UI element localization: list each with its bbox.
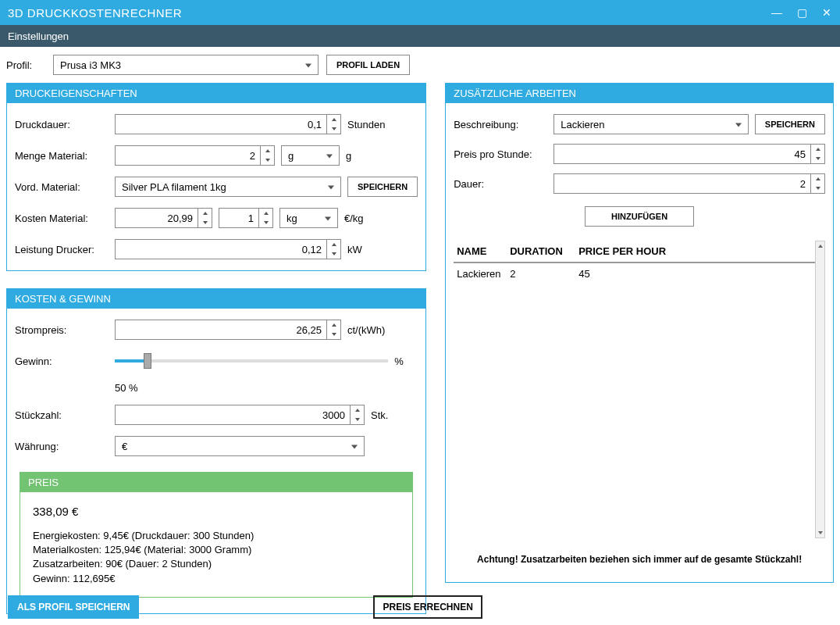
spinner-down-icon[interactable] (198, 218, 212, 227)
material-qty-unit-dropdown[interactable]: g (281, 145, 340, 166)
panel-head-extra: ZUSÄTZLICHE ARBEITEN (446, 84, 833, 103)
extra-price-label: Preis pro Stunde: (454, 148, 547, 160)
maximize-icon[interactable]: ▢ (796, 7, 807, 18)
spinner-up-icon[interactable] (811, 145, 824, 154)
window-title: 3D DRUCKKOSTENRECHNER (8, 6, 771, 20)
menu-settings[interactable]: Einstellungen (8, 30, 69, 42)
spinner-down-icon[interactable] (811, 184, 824, 193)
price-profit-line: Gewinn: 112,695€ (33, 572, 400, 586)
material-qty-label: Menge Material: (15, 150, 109, 162)
panel-cost-profit: KOSTEN & GEWINN Strompreis: 26,25 ct/(kW… (6, 288, 426, 614)
profile-selected: Prusa i3 MK3 (60, 59, 121, 71)
material-qty-spinner[interactable]: 2 (115, 145, 275, 166)
spinner-down-icon[interactable] (811, 154, 824, 163)
panel-head-print: DRUCKEIGENSCHAFTEN (7, 84, 425, 103)
spinner-down-icon[interactable] (327, 124, 340, 134)
spinner-up-icon[interactable] (351, 405, 364, 415)
material-cost-qty-spinner[interactable]: 1 (219, 208, 273, 228)
panel-head-cost: KOSTEN & GEWINN (7, 289, 425, 309)
profile-label: Profil: (6, 59, 45, 71)
material-qty-unit: g (346, 150, 393, 162)
material-cost-label: Kosten Material: (15, 212, 109, 224)
material-cost-spinner[interactable]: 20,99 (115, 208, 212, 228)
warning-text: Achtung! Zusatzarbeiten beziehen sich im… (454, 548, 825, 571)
col-price: PRICE PER HOUR (578, 245, 812, 257)
extra-price-spinner[interactable]: 45 (553, 144, 825, 164)
minimize-icon[interactable]: — (771, 7, 782, 18)
scroll-up-icon[interactable] (816, 241, 824, 251)
desc-dropdown[interactable]: Lackieren (553, 114, 749, 134)
table-header: NAME DURATION PRICE PER HOUR (454, 241, 815, 263)
price-total: 338,09 € (33, 503, 400, 520)
spinner-down-icon[interactable] (351, 415, 364, 424)
profit-slider[interactable] (115, 351, 388, 371)
spinner-down-icon[interactable] (259, 218, 272, 227)
profile-dropdown[interactable]: Prusa i3 MK3 (53, 55, 319, 75)
spinner-up-icon[interactable] (327, 240, 340, 249)
power-unit: kW (347, 244, 394, 255)
material-cost-unit: €/kg (344, 212, 391, 224)
currency-label: Währung: (15, 441, 109, 452)
spinner-up-icon[interactable] (198, 209, 212, 218)
energy-spinner[interactable]: 26,25 (115, 320, 341, 340)
add-button[interactable]: HINZUFÜGEN (585, 206, 694, 227)
profit-pct-display: 50 % (115, 382, 138, 394)
spinner-up-icon[interactable] (261, 146, 274, 155)
scrollbar[interactable] (815, 241, 825, 538)
spinner-down-icon[interactable] (261, 155, 274, 165)
price-extra-line: Zusatzarbeiten: 90€ (Dauer: 2 Stunden) (33, 557, 400, 571)
desc-label: Beschreibung: (454, 119, 547, 130)
window-controls: — ▢ ✕ (771, 7, 832, 18)
material-pre-dropdown[interactable]: Silver PLA filament 1kg (115, 177, 341, 197)
calc-price-button[interactable]: PREIS ERRECHNEN (373, 595, 482, 619)
material-cost-unit-dropdown[interactable]: kg (279, 208, 338, 228)
profile-load-button[interactable]: PROFIL LADEN (326, 55, 410, 75)
price-energy-line: Energiekosten: 9,45€ (Druckdauer: 300 St… (33, 529, 400, 543)
table-row[interactable]: Lackieren 2 45 (454, 263, 815, 284)
price-head: PREIS (20, 473, 412, 492)
extra-duration-label: Dauer: (454, 178, 547, 190)
qty-spinner[interactable]: 3000 (115, 405, 365, 425)
material-pre-label: Vord. Material: (15, 181, 109, 193)
qty-unit: Stk. (371, 409, 394, 421)
duration-spinner[interactable]: 0,1 (115, 114, 341, 134)
spinner-up-icon[interactable] (259, 209, 272, 218)
energy-unit: ct/(kWh) (347, 324, 394, 336)
col-name: NAME (457, 245, 504, 257)
duration-unit: Stunden (347, 119, 394, 130)
spinner-up-icon[interactable] (811, 174, 824, 184)
titlebar: 3D DRUCKKOSTENRECHNER — ▢ ✕ (0, 0, 840, 25)
power-label: Leistung Drucker: (15, 244, 109, 255)
extra-duration-spinner[interactable]: 2 (553, 173, 825, 194)
scroll-down-icon[interactable] (816, 528, 824, 538)
price-material-line: Materialkosten: 125,94€ (Material: 3000 … (33, 543, 400, 557)
material-save-button[interactable]: SPEICHERN (347, 177, 418, 197)
spinner-up-icon[interactable] (327, 320, 340, 330)
energy-label: Strompreis: (15, 324, 109, 336)
menubar: Einstellungen (0, 25, 840, 47)
panel-price: PREIS 338,09 € Energiekosten: 9,45€ (Dru… (20, 472, 413, 598)
save-as-profile-button[interactable]: ALS PROFIL SPEICHERN (8, 595, 139, 619)
col-duration: DURATION (510, 245, 572, 257)
panel-print-properties: DRUCKEIGENSCHAFTEN Druckdauer: 0,1 Stund… (6, 83, 426, 271)
currency-dropdown[interactable]: € (115, 436, 365, 456)
qty-label: Stückzahl: (15, 409, 109, 421)
panel-extra-work: ZUSÄTZLICHE ARBEITEN Beschreibung: Lacki… (445, 83, 834, 583)
profit-label: Gewinn: (15, 355, 109, 367)
slider-thumb[interactable] (144, 353, 151, 369)
profit-unit: % (394, 355, 418, 367)
duration-label: Druckdauer: (15, 119, 109, 130)
spinner-down-icon[interactable] (327, 249, 340, 259)
close-icon[interactable]: ✕ (821, 7, 832, 18)
extra-save-button[interactable]: SPEICHERN (755, 114, 825, 134)
spinner-down-icon[interactable] (327, 330, 340, 339)
power-spinner[interactable]: 0,12 (115, 239, 341, 259)
spinner-up-icon[interactable] (327, 115, 340, 124)
